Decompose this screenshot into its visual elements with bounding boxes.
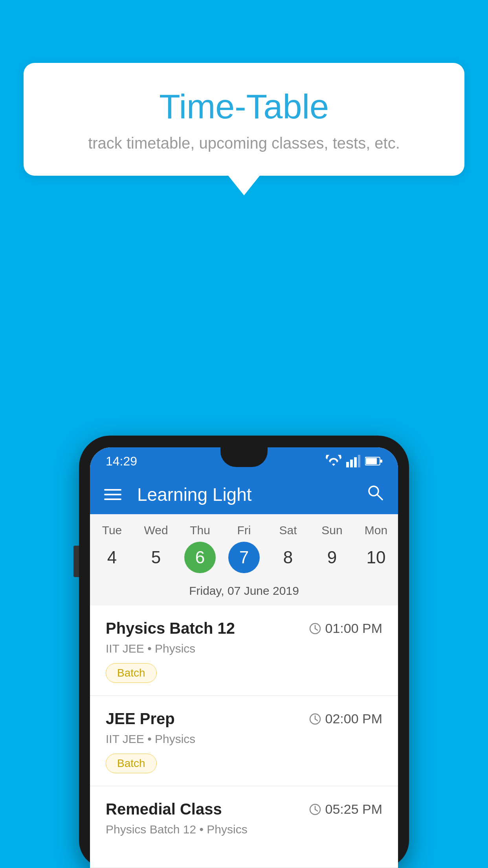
status-time: 14:29 (106, 454, 137, 469)
clock-icon-2 (309, 713, 321, 725)
class-meta-2: IIT JEE • Physics (106, 732, 382, 746)
svg-rect-5 (366, 458, 377, 464)
calendar-strip: Tue Wed Thu Fri Sat Sun Mon 4 5 6 7 (90, 514, 398, 605)
class-name-2: JEE Prep (106, 710, 175, 728)
date-9[interactable]: 9 (310, 542, 354, 573)
date-7-circle[interactable]: 7 (228, 542, 260, 573)
day-tue: Tue (90, 524, 134, 537)
app-bar: Learning Light (90, 475, 398, 514)
svg-rect-1 (350, 460, 353, 467)
phone-mockup: 14:29 (79, 436, 409, 868)
day-fri: Fri (222, 524, 266, 537)
status-icons (326, 455, 382, 467)
date-8[interactable]: 8 (266, 542, 310, 573)
wifi-icon (326, 455, 341, 467)
clock-icon-3 (309, 804, 321, 815)
class-name-1: Physics Batch 12 (106, 620, 235, 637)
phone-frame: 14:29 (79, 436, 409, 868)
class-card-1-header: Physics Batch 12 01:00 PM (106, 620, 382, 637)
clock-icon-1 (309, 623, 321, 634)
app-title: Learning Light (137, 484, 351, 505)
batch-badge-2: Batch (106, 754, 157, 773)
speech-bubble-section: Time-Table track timetable, upcoming cla… (24, 63, 464, 195)
date-4[interactable]: 4 (90, 542, 134, 573)
dates-row: 4 5 6 7 8 9 10 (90, 542, 398, 581)
menu-icon[interactable] (104, 489, 121, 500)
svg-rect-6 (380, 460, 382, 463)
search-button[interactable] (367, 484, 384, 506)
day-wed: Wed (134, 524, 178, 537)
class-card-3[interactable]: Remedial Class 05:25 PM Physics Batch 12… (90, 786, 398, 868)
phone-notch (220, 447, 268, 467)
class-name-3: Remedial Class (106, 800, 222, 818)
day-mon: Mon (354, 524, 398, 537)
signal-icon (346, 455, 360, 467)
day-thu: Thu (178, 524, 222, 537)
date-6-circle[interactable]: 6 (184, 542, 216, 573)
battery-icon (365, 456, 382, 466)
day-sat: Sat (266, 524, 310, 537)
speech-bubble-arrow (228, 176, 260, 195)
date-6[interactable]: 6 (178, 542, 222, 573)
hero-title: Time-Table (55, 86, 433, 127)
date-10[interactable]: 10 (354, 542, 398, 573)
svg-rect-3 (358, 455, 360, 467)
class-card-2-header: JEE Prep 02:00 PM (106, 710, 382, 728)
class-time-3: 05:25 PM (309, 802, 382, 817)
class-time-2: 02:00 PM (309, 711, 382, 726)
speech-bubble-card: Time-Table track timetable, upcoming cla… (24, 63, 464, 176)
class-card-1[interactable]: Physics Batch 12 01:00 PM IIT JEE • Phys… (90, 605, 398, 696)
svg-line-8 (377, 495, 382, 500)
date-5[interactable]: 5 (134, 542, 178, 573)
date-7[interactable]: 7 (222, 542, 266, 573)
hero-subtitle: track timetable, upcoming classes, tests… (55, 134, 433, 152)
class-meta-3: Physics Batch 12 • Physics (106, 823, 382, 836)
class-time-1: 01:00 PM (309, 621, 382, 636)
phone-screen: 14:29 (90, 447, 398, 868)
day-sun: Sun (310, 524, 354, 537)
svg-rect-2 (354, 457, 357, 467)
class-card-3-header: Remedial Class 05:25 PM (106, 800, 382, 818)
svg-line-11 (315, 629, 317, 630)
class-card-2[interactable]: JEE Prep 02:00 PM IIT JEE • Physics Batc… (90, 696, 398, 786)
svg-line-14 (315, 719, 317, 721)
svg-line-17 (315, 809, 317, 811)
class-meta-1: IIT JEE • Physics (106, 642, 382, 655)
days-row: Tue Wed Thu Fri Sat Sun Mon (90, 524, 398, 542)
classes-list: Physics Batch 12 01:00 PM IIT JEE • Phys… (90, 605, 398, 868)
svg-rect-0 (346, 462, 349, 467)
selected-date-label: Friday, 07 June 2019 (90, 581, 398, 605)
status-bar: 14:29 (90, 447, 398, 475)
batch-badge-1: Batch (106, 663, 157, 683)
